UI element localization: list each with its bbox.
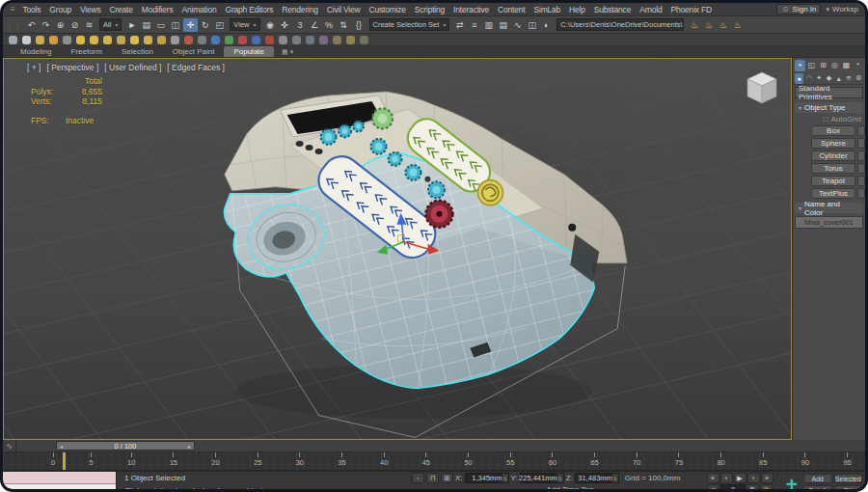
workspace-selector[interactable]: Worksp: [832, 5, 865, 14]
menu-item[interactable]: Scripting: [410, 5, 448, 14]
selection-filter-dropdown[interactable]: All▾: [99, 18, 122, 31]
select-and-move-icon[interactable]: ✛: [183, 18, 198, 32]
redo-icon[interactable]: ↷: [39, 18, 53, 32]
ribbon-tool-icon[interactable]: [90, 36, 98, 44]
menu-item[interactable]: Help: [565, 5, 590, 14]
named-selection-set-dropdown[interactable]: Create Selection Set▾: [369, 18, 450, 31]
select-and-link-icon[interactable]: ⊕: [53, 18, 68, 32]
ribbon-tool-icon[interactable]: [252, 36, 260, 44]
primitive-button-clipped[interactable]: [857, 188, 865, 199]
menu-item[interactable]: Tools: [18, 5, 45, 14]
menu-item[interactable]: Graph Editors: [221, 5, 278, 14]
menu-item[interactable]: Views: [75, 5, 105, 14]
ribbon-tab[interactable]: Freeform: [61, 46, 111, 57]
geometry-category[interactable]: ●: [795, 73, 803, 84]
ribbon-tool-icon[interactable]: [265, 36, 274, 44]
mirror-icon[interactable]: ⇄: [452, 18, 467, 32]
ribbon-tab[interactable]: Modeling: [11, 46, 61, 57]
ribbon-tool-icon[interactable]: [117, 36, 125, 44]
render-production-icon[interactable]: ♨: [716, 18, 730, 32]
motion-tab[interactable]: ◎: [829, 60, 840, 71]
use-pivot-point-icon[interactable]: ◉: [263, 18, 278, 32]
percent-snap-icon[interactable]: %: [322, 18, 337, 32]
menu-item[interactable]: SimLab: [529, 5, 565, 14]
cameras-category[interactable]: ◆: [825, 73, 833, 84]
render-iterative-icon[interactable]: ♨: [730, 18, 745, 32]
time-configuration-button[interactable]: ◷: [760, 484, 773, 492]
ribbon-tab[interactable]: Object Paint: [163, 46, 225, 57]
ribbon-tool-icon[interactable]: [49, 36, 58, 44]
reference-coordinate-dropdown[interactable]: View▾: [230, 18, 259, 31]
viewport-menu-pov[interactable]: [ Perspective ]: [46, 63, 98, 72]
bind-to-space-warp-icon[interactable]: ≋: [82, 18, 96, 32]
primitive-button[interactable]: Cylinder: [811, 150, 855, 161]
menu-item[interactable]: Interactive: [449, 5, 494, 14]
next-key-icon[interactable]: ▸: [188, 443, 191, 450]
sign-in-caret-icon[interactable]: ▾: [823, 6, 832, 14]
edit-named-selection-sets-icon[interactable]: {}: [352, 18, 366, 32]
viewport-menu-lighting[interactable]: [ User Defined ]: [104, 63, 161, 72]
go-to-start-button[interactable]: «: [707, 473, 719, 483]
listener-macro-row[interactable]: [3, 472, 116, 484]
previous-key-icon[interactable]: ◂: [60, 443, 63, 450]
toolbar-grip[interactable]: ⋮⋮: [6, 20, 21, 29]
viewport-menu-shading[interactable]: [ Edged Faces ]: [167, 63, 225, 72]
shapes-category[interactable]: ◠: [804, 73, 813, 84]
ribbon-tool-icon[interactable]: [171, 36, 179, 44]
menu-item[interactable]: Modifiers: [137, 5, 177, 14]
align-icon[interactable]: ≡: [467, 18, 481, 32]
ribbon-tool-icon[interactable]: [76, 36, 85, 44]
z-spinner[interactable]: ⇅: [612, 474, 618, 482]
ribbon-tool-icon[interactable]: [63, 36, 71, 44]
modify-tab[interactable]: ◱: [806, 60, 817, 71]
spinner-snap-icon[interactable]: ⇅: [337, 18, 351, 32]
menu-item[interactable]: Rendering: [278, 5, 322, 14]
menu-item[interactable]: Civil View: [322, 5, 365, 14]
lights-category[interactable]: ✦: [815, 73, 824, 84]
mini-curve-editor-button[interactable]: ∿: [3, 440, 16, 451]
selection-lock-toggle[interactable]: ⊓: [426, 473, 439, 483]
material-editor-icon[interactable]: ◐: [539, 18, 554, 32]
simlab-ty-button[interactable]: TY: [834, 485, 863, 492]
space-warps-category[interactable]: ≋: [844, 73, 853, 84]
select-object-icon[interactable]: ►: [124, 18, 139, 32]
ribbon-tool-icon[interactable]: [238, 36, 247, 44]
ribbon-tool-icon[interactable]: [360, 36, 368, 44]
go-to-end-button[interactable]: »: [761, 473, 773, 483]
isolate-selection-toggle[interactable]: ◦: [412, 473, 424, 483]
frame-spinner[interactable]: ⇅: [746, 484, 759, 492]
primitive-button-clipped[interactable]: [857, 150, 865, 161]
object-name-field[interactable]: Mixa_cover001: [795, 216, 863, 229]
ribbon-tool-icon[interactable]: [319, 36, 328, 44]
curve-editor-icon[interactable]: ∿: [510, 18, 525, 32]
menu-item[interactable]: Animation: [177, 5, 221, 14]
next-frame-button[interactable]: ›: [747, 473, 760, 483]
viewport[interactable]: [ + ] [ Perspective ] [ User Defined ] […: [3, 58, 792, 440]
ribbon-tab[interactable]: Populate: [224, 46, 274, 57]
utilities-tab[interactable]: *: [853, 60, 863, 71]
ribbon-tool-icon[interactable]: [333, 36, 341, 44]
x-coordinate-field[interactable]: 1,345mm⇅: [465, 473, 509, 483]
ribbon-tool-icon[interactable]: [306, 36, 314, 44]
primitive-category-dropdown[interactable]: Standard Primitives: [795, 87, 863, 98]
ribbon-tool-icon[interactable]: [103, 36, 112, 44]
primitive-button[interactable]: Box: [811, 125, 855, 136]
rectangular-selection-region-icon[interactable]: ▭: [153, 18, 168, 32]
primitive-button-clipped[interactable]: [857, 176, 865, 186]
play-button[interactable]: ▶: [734, 473, 746, 483]
ribbon-config-icon[interactable]: ▦: [282, 48, 288, 56]
ribbon-tool-icon[interactable]: [22, 36, 31, 44]
object-type-rollout[interactable]: ▾ Object Type: [795, 102, 863, 113]
ribbon-tool-icon[interactable]: [184, 36, 193, 44]
primitive-button[interactable]: Torus: [811, 163, 855, 174]
track-bar[interactable]: 05101520253035404550556065707580859095: [3, 452, 865, 471]
primitive-button[interactable]: Teapot: [811, 176, 855, 186]
previous-frame-button[interactable]: ‹: [720, 473, 733, 483]
layer-explorer-icon[interactable]: ▥: [481, 18, 496, 32]
primitive-button[interactable]: TextPlus: [811, 188, 855, 199]
select-and-manipulate-icon[interactable]: ✜: [278, 18, 292, 32]
menu-item[interactable]: Content: [494, 5, 529, 14]
ribbon-tool-icon[interactable]: [144, 36, 152, 44]
ribbon-tool-icon[interactable]: [198, 36, 206, 44]
menu-item[interactable]: Arnold: [636, 5, 666, 14]
